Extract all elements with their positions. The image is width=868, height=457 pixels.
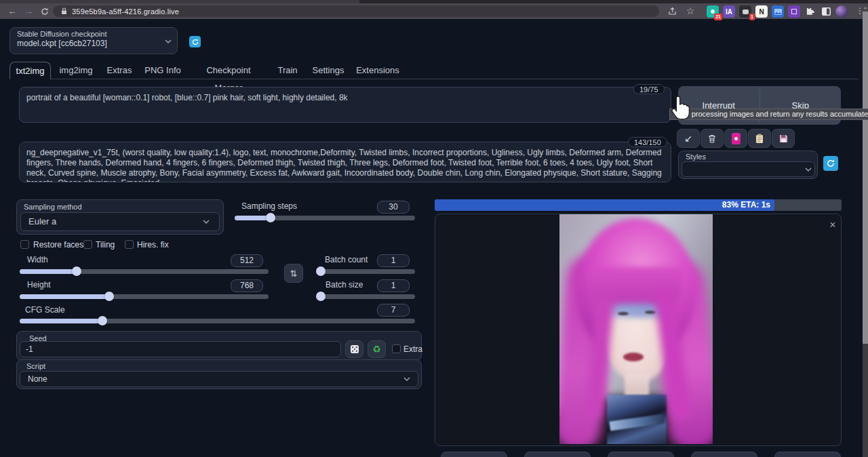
tiling-label: Tiling [96, 240, 115, 250]
send-to-img2img-button[interactable] [608, 452, 674, 457]
tab-txt2img[interactable]: txt2img [9, 62, 51, 79]
restore-faces-checkbox[interactable] [20, 240, 29, 249]
script-dropdown[interactable]: None [20, 371, 418, 387]
chat-extension-badge: 1 [749, 14, 755, 20]
reload-icon[interactable] [38, 5, 52, 18]
send-to-extras-button[interactable] [774, 452, 841, 457]
tab-settings[interactable]: Settings [312, 62, 344, 79]
swap-arrows-icon: ⇅ [290, 269, 298, 279]
width-value[interactable]: 512 [231, 254, 263, 267]
back-icon[interactable]: ← [5, 5, 19, 18]
read-params-button[interactable]: ↙ [677, 129, 700, 148]
tiling-checkbox[interactable] [83, 240, 92, 249]
save-style-button[interactable] [772, 129, 795, 148]
sidebar-icon[interactable] [820, 5, 832, 18]
profile-avatar[interactable] [835, 5, 848, 18]
cfg-scale-slider[interactable] [20, 319, 415, 323]
scrollbar-up-arrow[interactable]: ▲ [863, 3, 868, 12]
checkpoint-refresh-button[interactable] [189, 36, 201, 47]
skip-tooltip: Stop processing images and return any re… [669, 108, 868, 120]
pin-extension-icon[interactable]: 21 [707, 5, 719, 18]
styles-label: Styles [686, 153, 706, 161]
sampling-steps-label: Sampling steps [241, 201, 297, 211]
tab-img2img[interactable]: img2img [58, 62, 94, 79]
zip-button[interactable] [524, 452, 591, 457]
tab-extensions[interactable]: Extensions [356, 62, 399, 79]
browser-toolbar: ← → 359e5b9a-a5ff-4216.gradio.live ☆ 21 … [0, 3, 868, 19]
hires-fix-checkbox[interactable] [125, 240, 134, 249]
seed-input[interactable]: -1 [20, 341, 341, 357]
save-floppy-icon [779, 134, 788, 143]
tab-extras[interactable]: Extras [104, 62, 134, 79]
cfg-scale-label: CFG Scale [25, 305, 65, 315]
sampling-steps-value[interactable]: 30 [377, 201, 410, 214]
restore-faces-label: Restore faces [33, 240, 83, 250]
seed-block: Seed -1 ♻ Extra [16, 331, 422, 361]
sampling-steps-slider[interactable] [235, 216, 415, 220]
save-button[interactable] [441, 452, 507, 457]
send-to-inpaint-button[interactable] [691, 452, 757, 457]
page-scrollbar[interactable]: ▲ [863, 3, 868, 457]
paste-arrow-icon: ↙ [684, 133, 692, 144]
swap-dimensions-button[interactable]: ⇅ [284, 264, 303, 283]
app-window: ← → 359e5b9a-a5ff-4216.gradio.live ☆ 21 … [0, 0, 868, 457]
tabbar-divider [9, 79, 859, 79]
extensions-puzzle-icon[interactable] [804, 5, 816, 18]
address-bar[interactable]: 359e5b9a-a5ff-4216.gradio.live [53, 5, 659, 17]
trash-icon [708, 134, 716, 143]
chevron-down-icon [805, 167, 812, 172]
prompt-input[interactable]: portrait of a beautiful [woman::0.1] rob… [19, 87, 671, 123]
apply-styles-button[interactable] [748, 129, 771, 148]
batch-size-slider[interactable] [317, 294, 415, 299]
chat-extension-icon[interactable]: 1 [739, 5, 751, 18]
notion-extension-icon[interactable]: N [755, 5, 768, 18]
width-label: Width [27, 255, 48, 264]
sampling-method-dropdown[interactable]: Euler a [20, 212, 220, 231]
tab-png-info[interactable]: PNG Info [144, 62, 181, 79]
prompt-token-counter: 19/75 [633, 84, 665, 94]
height-value[interactable]: 768 [231, 279, 263, 292]
clipboard-icon [755, 134, 764, 144]
url-text: 359e5b9a-a5ff-4216.gradio.live [72, 7, 179, 16]
sampling-method-label: Sampling method [24, 203, 82, 211]
hires-fix-label: Hires. fix [137, 240, 169, 250]
cfg-scale-value[interactable]: 7 [377, 304, 410, 317]
batch-count-value[interactable]: 1 [377, 254, 410, 267]
extra-networks-button[interactable] [724, 129, 747, 148]
styles-dropdown[interactable] [682, 161, 815, 177]
forward-icon[interactable]: → [22, 5, 35, 18]
batch-size-value[interactable]: 1 [377, 279, 410, 292]
random-seed-button[interactable] [345, 340, 363, 358]
batch-count-label: Batch count [325, 255, 368, 264]
height-slider[interactable] [20, 294, 269, 299]
checkpoint-block: Stable Diffusion checkpoint model.ckpt [… [9, 27, 178, 54]
tab-checkpoint-merger[interactable]: Checkpoint Merger [192, 62, 265, 79]
scrollbar-thumb[interactable] [863, 12, 868, 344]
checkpoint-dropdown[interactable]: model.ckpt [cc6cb27103] [17, 39, 107, 48]
batch-count-slider[interactable] [317, 269, 415, 274]
chevron-down-icon [403, 377, 410, 381]
close-icon[interactable]: × [826, 218, 840, 232]
progress-text: 83% ETA: 1s [435, 199, 770, 211]
width-slider[interactable] [20, 269, 269, 274]
lock-icon [61, 7, 67, 15]
tab-train[interactable]: Train [277, 62, 298, 79]
progress-bar: 83% ETA: 1s [435, 199, 842, 211]
pin-extension-badge: 21 [714, 14, 722, 20]
bookmark-star-icon[interactable]: ☆ [684, 5, 697, 18]
dice-icon [350, 344, 359, 354]
recycle-icon: ♻ [372, 344, 381, 355]
onenote-extension-icon[interactable] [788, 5, 800, 18]
mouse-cursor [670, 95, 690, 121]
styles-refresh-button[interactable] [823, 156, 838, 171]
ia-extension-icon[interactable]: IA [723, 5, 735, 18]
reuse-seed-button[interactable]: ♻ [368, 340, 386, 358]
chevron-down-icon [203, 220, 210, 224]
image-extension-icon[interactable] [772, 5, 784, 18]
clear-prompt-button[interactable] [701, 129, 724, 148]
negative-prompt-input[interactable]: ng_deepnegative_v1_75t, (worst quality, … [19, 142, 671, 182]
share-icon[interactable] [665, 5, 679, 18]
height-label: Height [27, 280, 51, 290]
generated-image[interactable] [559, 214, 713, 444]
extra-seed-checkbox[interactable] [392, 344, 401, 353]
